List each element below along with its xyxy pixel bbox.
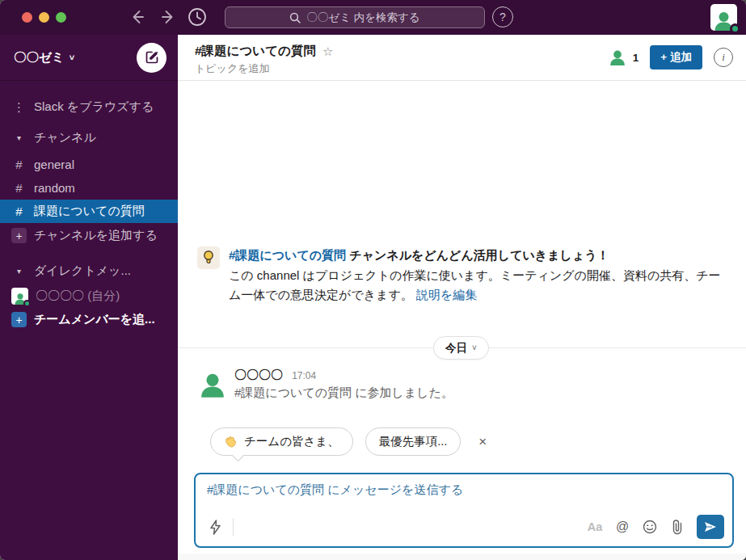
- add-member-label: チームメンバーを追...: [34, 312, 155, 327]
- add-topic-button[interactable]: トピックを追加: [195, 61, 270, 76]
- history-forward-button[interactable]: [158, 7, 178, 27]
- chip-tail: [232, 449, 245, 462]
- sidebar-channel-general[interactable]: # general: [0, 153, 178, 176]
- channels-header-label: チャンネル: [34, 130, 96, 145]
- person-icon: [199, 372, 226, 398]
- star-icon[interactable]: ☆: [322, 44, 333, 59]
- message-content: 〇〇〇〇 17:04 #課題についての質問 に参加しました。: [234, 368, 453, 401]
- message-composer[interactable]: #課題についての質問 にメッセージを送信する Aa @: [194, 473, 734, 548]
- dm-user-name: 〇〇〇〇 (自分): [36, 288, 120, 304]
- suggestion-chip-greeting[interactable]: チームの皆さま、: [210, 427, 353, 456]
- dm-header-label: ダイレクトメッ...: [34, 263, 131, 279]
- channel-label: general: [34, 158, 74, 171]
- message-avatar[interactable]: [197, 368, 227, 398]
- chip-label: チームの皆さま、: [244, 434, 339, 449]
- channel-title-text: #課題についての質問: [195, 43, 316, 60]
- attach-file-button[interactable]: [666, 516, 689, 538]
- send-button[interactable]: [697, 515, 724, 539]
- composer-placeholder[interactable]: #課題についての質問 にメッセージを送信する: [207, 482, 463, 498]
- member-count-button[interactable]: 1: [609, 49, 639, 65]
- add-team-member-button[interactable]: + チームメンバーを追...: [0, 308, 178, 331]
- channel-header: #課題についての質問 ☆ トピックを追加 1 + 追加 i: [178, 35, 746, 81]
- composer-actions: Aa @: [584, 515, 724, 539]
- date-label: 今日: [445, 341, 467, 356]
- intro-text: #課題についての質問 チャンネルをどんどん活用していきましょう！ この chan…: [229, 246, 731, 305]
- member-icon: [609, 49, 626, 65]
- close-icon: ×: [478, 434, 487, 450]
- dismiss-suggestions-button[interactable]: ×: [473, 432, 492, 452]
- zoom-window-button[interactable]: [56, 12, 66, 23]
- presence-dot: [730, 23, 740, 34]
- add-channel-label: チャンネルを追加する: [34, 228, 158, 243]
- sidebar-channel-kadai-selected[interactable]: # 課題についての質問: [0, 200, 178, 223]
- message-meta: 〇〇〇〇 17:04: [234, 368, 453, 383]
- message-row: 〇〇〇〇 17:04 #課題についての質問 に参加しました。: [197, 368, 453, 401]
- add-member-header-button[interactable]: + 追加: [650, 45, 702, 69]
- main-panel: #課題についての質問 ☆ トピックを追加 1 + 追加 i: [178, 35, 746, 560]
- chip-label: 最優先事項...: [379, 434, 448, 449]
- history-back-button[interactable]: [128, 7, 147, 27]
- emoji-button[interactable]: [639, 516, 661, 538]
- close-window-button[interactable]: [22, 12, 32, 23]
- minimize-window-button[interactable]: [39, 12, 49, 23]
- suggestion-chips: チームの皆さま、 最優先事項... ×: [210, 427, 492, 456]
- channel-header-actions: 1 + 追加 i: [609, 45, 733, 69]
- plus-icon: +: [11, 312, 27, 327]
- dm-user-label: 〇〇〇〇: [36, 288, 84, 302]
- channel-title: #課題についての質問 ☆: [195, 43, 333, 60]
- dm-item-self[interactable]: 〇〇〇〇 (自分): [0, 284, 178, 308]
- workspace-header: 〇〇ゼミ ˅: [0, 35, 178, 81]
- sidebar-channel-random[interactable]: # random: [0, 176, 178, 200]
- info-icon: i: [722, 51, 725, 64]
- intro-body: この channel はプロジェクトの作業に使います。ミーティングの開催、資料の…: [229, 266, 731, 305]
- dm-avatar: [11, 288, 28, 305]
- suggestion-chip-priority[interactable]: 最優先事項...: [365, 427, 462, 456]
- slack-window: 〇〇ゼミ 内を検索する ? 〇〇ゼミ ˅: [0, 0, 746, 560]
- channels-section-header[interactable]: ▾ チャンネル: [0, 126, 178, 149]
- clock-icon: [187, 6, 208, 27]
- message-author[interactable]: 〇〇〇〇: [234, 368, 283, 381]
- workspace-menu-button[interactable]: 〇〇ゼミ ˅: [14, 49, 74, 66]
- message-timestamp[interactable]: 17:04: [292, 370, 316, 381]
- smiley-icon: [643, 520, 657, 534]
- search-placeholder: 〇〇ゼミ 内を検索する: [306, 11, 419, 25]
- date-divider-button[interactable]: 今日 ˅: [433, 336, 489, 360]
- composer-toolbar: Aa @: [196, 514, 732, 540]
- intro-title-rest: チャンネルをどんどん活用していきましょう！: [346, 248, 609, 262]
- hash-icon: #: [13, 181, 25, 195]
- add-channel-button[interactable]: + チャンネルを追加する: [0, 224, 178, 247]
- search-input[interactable]: 〇〇ゼミ 内を検索する: [225, 6, 485, 28]
- search-icon: [289, 12, 301, 23]
- history-button[interactable]: [187, 6, 208, 27]
- user-avatar[interactable]: [710, 4, 737, 31]
- mention-button[interactable]: @: [611, 516, 634, 538]
- help-icon: ?: [499, 11, 506, 23]
- toolbar-divider: [233, 518, 234, 536]
- compose-button[interactable]: [137, 43, 166, 73]
- chevron-down-icon: ˅: [70, 53, 74, 62]
- chevron-down-icon: ˅: [472, 343, 477, 352]
- help-button[interactable]: ?: [492, 6, 513, 27]
- intro-title: #課題についての質問 チャンネルをどんどん活用していきましょう！: [229, 246, 731, 264]
- channel-label: 課題についての質問: [34, 204, 145, 219]
- shortcuts-button[interactable]: [204, 516, 226, 538]
- lightbulb-icon: [197, 246, 220, 269]
- plus-icon: +: [11, 228, 27, 243]
- browse-slack-label: Slack をブラウズする: [34, 99, 154, 115]
- presence-dot: [23, 300, 31, 307]
- hash-icon: #: [13, 158, 25, 171]
- channel-info-button[interactable]: i: [714, 48, 733, 67]
- send-icon: [704, 521, 717, 533]
- message-body: #課題についての質問 に参加しました。: [234, 385, 453, 401]
- paperclip-icon: [672, 520, 683, 535]
- sidebar-item-browse-slack[interactable]: ⋮ Slack をブラウズする: [0, 95, 178, 119]
- edit-description-link[interactable]: 説明を編集: [416, 288, 477, 301]
- format-button[interactable]: Aa: [584, 516, 606, 538]
- hash-icon: #: [13, 204, 25, 218]
- dm-section-header[interactable]: ▾ ダイレクトメッ...: [0, 259, 178, 283]
- arrow-left-icon: [129, 9, 145, 25]
- workspace-name: 〇〇ゼミ: [14, 49, 65, 66]
- dots-vertical-icon: ⋮: [13, 100, 25, 115]
- top-bar: 〇〇ゼミ 内を検索する ?: [0, 0, 746, 35]
- intro-channel-link[interactable]: #課題についての質問: [229, 248, 346, 262]
